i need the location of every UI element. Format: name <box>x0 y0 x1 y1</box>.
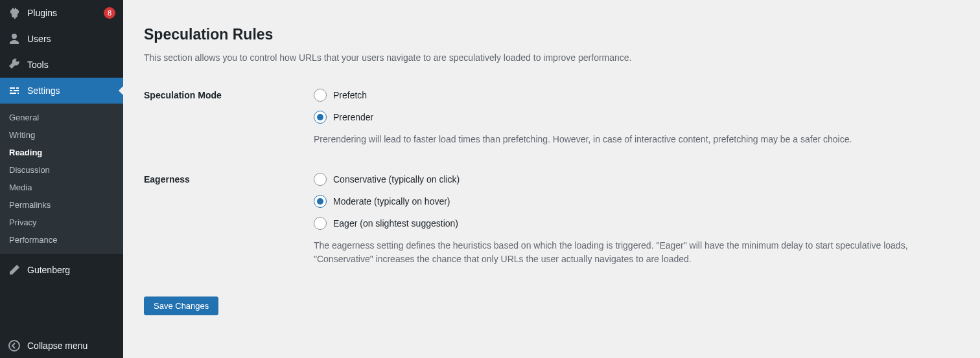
sidebar-item-label: Users <box>27 34 115 44</box>
sidebar-item-users[interactable]: Users <box>0 26 123 52</box>
save-button[interactable]: Save Changes <box>144 296 218 315</box>
collapse-icon <box>8 339 21 352</box>
row-eagerness: Eagerness Conservative (typically on cli… <box>144 173 959 267</box>
radio-prefetch[interactable] <box>314 89 327 102</box>
pencil-icon <box>8 263 21 276</box>
user-icon <box>8 32 21 45</box>
sidebar-item-label: Plugins <box>27 8 100 18</box>
sidebar-item-label: Tools <box>27 60 115 70</box>
svg-point-0 <box>9 341 19 351</box>
mode-option-prerender[interactable]: Prerender <box>314 111 949 124</box>
radio-label: Conservative (typically on click) <box>333 174 460 185</box>
radio-conservative[interactable] <box>314 173 327 186</box>
admin-sidebar: Plugins 8 Users Tools Settings General W… <box>0 0 123 358</box>
sidebar-item-gutenberg[interactable]: Gutenberg <box>0 257 123 283</box>
radio-eager[interactable] <box>314 217 327 230</box>
plugin-icon <box>8 6 21 19</box>
subitem-reading[interactable]: Reading <box>0 144 123 161</box>
sidebar-item-tools[interactable]: Tools <box>0 52 123 78</box>
page-title: Speculation Rules <box>144 26 959 43</box>
plugins-badge: 8 <box>104 7 115 19</box>
mode-help: Prerendering will lead to faster load ti… <box>314 133 936 147</box>
main-content: Speculation Rules This section allows yo… <box>123 0 980 358</box>
collapse-menu[interactable]: Collapse menu <box>0 332 123 358</box>
sliders-icon <box>8 84 21 97</box>
page-description: This section allows you to control how U… <box>144 52 792 63</box>
eagerness-label: Eagerness <box>144 173 314 267</box>
radio-label: Moderate (typically on hover) <box>333 196 450 207</box>
eagerness-option-eager[interactable]: Eager (on slightest suggestion) <box>314 217 949 230</box>
row-speculation-mode: Speculation Mode Prefetch Prerender Prer… <box>144 89 959 147</box>
collapse-label: Collapse menu <box>27 341 115 351</box>
subitem-performance[interactable]: Performance <box>0 231 123 249</box>
eagerness-help: The eagerness setting defines the heuris… <box>314 239 936 267</box>
wrench-icon <box>8 58 21 71</box>
mode-label: Speculation Mode <box>144 89 314 147</box>
subitem-discussion[interactable]: Discussion <box>0 161 123 179</box>
subitem-media[interactable]: Media <box>0 179 123 196</box>
sidebar-item-label: Settings <box>27 85 115 96</box>
subitem-writing[interactable]: Writing <box>0 126 123 144</box>
radio-label: Prefetch <box>333 90 367 100</box>
radio-label: Eager (on slightest suggestion) <box>333 218 458 229</box>
radio-label: Prerender <box>333 112 373 122</box>
radio-moderate[interactable] <box>314 195 327 208</box>
eagerness-option-moderate[interactable]: Moderate (typically on hover) <box>314 195 949 208</box>
subitem-general[interactable]: General <box>0 109 123 126</box>
active-pointer <box>119 85 124 96</box>
radio-prerender[interactable] <box>314 111 327 124</box>
subitem-permalinks[interactable]: Permalinks <box>0 196 123 214</box>
settings-submenu: General Writing Reading Discussion Media… <box>0 104 123 254</box>
sidebar-item-settings[interactable]: Settings <box>0 78 123 104</box>
eagerness-option-conservative[interactable]: Conservative (typically on click) <box>314 173 949 186</box>
sidebar-item-plugins[interactable]: Plugins 8 <box>0 0 123 26</box>
mode-option-prefetch[interactable]: Prefetch <box>314 89 949 102</box>
sidebar-item-label: Gutenberg <box>27 265 115 275</box>
subitem-privacy[interactable]: Privacy <box>0 214 123 231</box>
